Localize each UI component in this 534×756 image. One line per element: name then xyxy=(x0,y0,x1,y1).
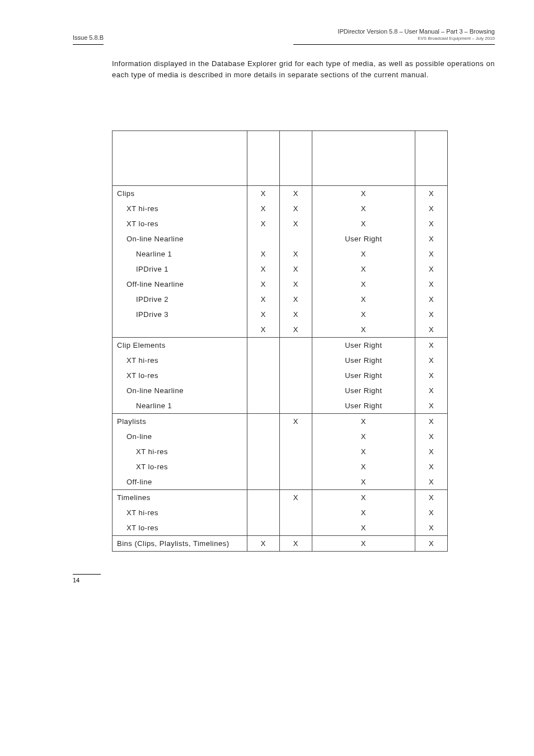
data-cell: X xyxy=(312,201,415,216)
data-cell: User Right xyxy=(312,231,415,246)
table-row: ClipsXXXX xyxy=(113,186,448,202)
row-label: XT hi-res xyxy=(113,353,247,368)
row-label: On-line Nearline xyxy=(113,231,247,246)
data-cell: User Right xyxy=(312,353,415,368)
data-cell xyxy=(279,368,312,383)
data-cell: X xyxy=(415,246,448,262)
row-label: XT hi-res xyxy=(113,444,247,459)
data-cell: X xyxy=(415,292,448,307)
table-header-cell xyxy=(113,131,247,186)
data-cell: X xyxy=(415,338,448,353)
data-cell: User Right xyxy=(312,338,415,353)
data-cell: X xyxy=(279,186,312,202)
data-cell: X xyxy=(415,429,448,444)
row-label: XT lo-res xyxy=(113,216,247,231)
data-cell: X xyxy=(415,398,448,414)
data-cell: X xyxy=(415,216,448,231)
data-cell: X xyxy=(415,186,448,202)
header-right: IPDirector Version 5.8 – User Manual – P… xyxy=(338,28,495,41)
data-cell: X xyxy=(247,201,280,216)
table-row: Off-lineXX xyxy=(113,474,448,490)
data-cell xyxy=(247,505,280,520)
table-row: IPDrive 1XXXX xyxy=(113,262,448,277)
data-cell: X xyxy=(415,536,448,552)
row-label: IPDrive 2 xyxy=(113,292,247,307)
data-cell xyxy=(247,459,280,474)
data-cell: X xyxy=(415,277,448,292)
data-cell xyxy=(279,444,312,459)
data-cell: X xyxy=(312,186,415,202)
data-cell: X xyxy=(247,246,280,262)
data-cell: X xyxy=(312,414,415,430)
data-cell: X xyxy=(247,277,280,292)
data-cell xyxy=(279,459,312,474)
table-row: Clip ElementsUser RightX xyxy=(113,338,448,353)
data-cell xyxy=(247,414,280,430)
table-row: XT lo-resXX xyxy=(113,520,448,536)
data-cell: X xyxy=(312,292,415,307)
row-label: Nearline 1 xyxy=(113,398,247,414)
data-cell: X xyxy=(312,307,415,322)
data-cell: X xyxy=(415,414,448,430)
data-cell: X xyxy=(312,536,415,552)
data-cell xyxy=(247,368,280,383)
data-cell: X xyxy=(279,490,312,506)
header-rule-right xyxy=(293,44,495,45)
data-cell xyxy=(279,429,312,444)
table-header-cell xyxy=(247,131,280,186)
table-row: On-line NearlineUser RightX xyxy=(113,231,448,246)
table-header-cell xyxy=(312,131,415,186)
data-cell: X xyxy=(279,414,312,430)
data-cell: X xyxy=(279,322,312,338)
table-row: XT lo-resXX xyxy=(113,459,448,474)
table-row: XT lo-resXXXX xyxy=(113,216,448,231)
table-row: TimelinesXXX xyxy=(113,490,448,506)
data-cell: X xyxy=(279,216,312,231)
data-cell: X xyxy=(247,536,280,552)
data-cell: X xyxy=(415,322,448,338)
row-label: XT hi-res xyxy=(113,201,247,216)
data-cell xyxy=(279,353,312,368)
data-table: ClipsXXXXXT hi-resXXXXXT lo-resXXXXOn-li… xyxy=(112,130,448,552)
data-cell: X xyxy=(415,444,448,459)
row-label: IPDrive 1 xyxy=(113,262,247,277)
row-label: XT lo-res xyxy=(113,368,247,383)
row-label: Clip Elements xyxy=(113,338,247,353)
data-cell: X xyxy=(312,277,415,292)
data-table-wrap: ClipsXXXXXT hi-resXXXXXT lo-resXXXXOn-li… xyxy=(112,130,448,552)
data-cell xyxy=(279,231,312,246)
data-cell xyxy=(247,520,280,536)
data-cell xyxy=(279,474,312,490)
data-cell: X xyxy=(312,459,415,474)
data-cell: X xyxy=(312,474,415,490)
data-cell: User Right xyxy=(312,383,415,398)
table-header-cell xyxy=(415,131,448,186)
data-cell: X xyxy=(247,216,280,231)
table-row: XT lo-resUser RightX xyxy=(113,368,448,383)
data-cell: X xyxy=(415,383,448,398)
data-cell: X xyxy=(415,490,448,506)
data-cell: X xyxy=(247,307,280,322)
data-cell: X xyxy=(279,536,312,552)
data-cell: X xyxy=(415,262,448,277)
data-cell xyxy=(247,490,280,506)
row-label: XT lo-res xyxy=(113,520,247,536)
data-cell: X xyxy=(312,490,415,506)
data-cell: X xyxy=(415,201,448,216)
header-left: Issue 5.8.B xyxy=(73,34,104,41)
page-header: Issue 5.8.B IPDirector Version 5.8 – Use… xyxy=(73,28,495,41)
intro-paragraph: Information displayed in the Database Ex… xyxy=(112,58,495,80)
table-row: Off-line NearlineXXXX xyxy=(113,277,448,292)
row-label: Playlists xyxy=(113,414,247,430)
data-cell: X xyxy=(279,262,312,277)
table-row: XXXX xyxy=(113,322,448,338)
row-label: On-line xyxy=(113,429,247,444)
data-cell: X xyxy=(312,444,415,459)
table-row: On-line NearlineUser RightX xyxy=(113,383,448,398)
data-cell: X xyxy=(279,277,312,292)
row-label: Nearline 1 xyxy=(113,246,247,262)
table-row: XT hi-resXX xyxy=(113,505,448,520)
table-header-row xyxy=(113,131,448,186)
table-row: PlaylistsXXX xyxy=(113,414,448,430)
data-cell: User Right xyxy=(312,398,415,414)
